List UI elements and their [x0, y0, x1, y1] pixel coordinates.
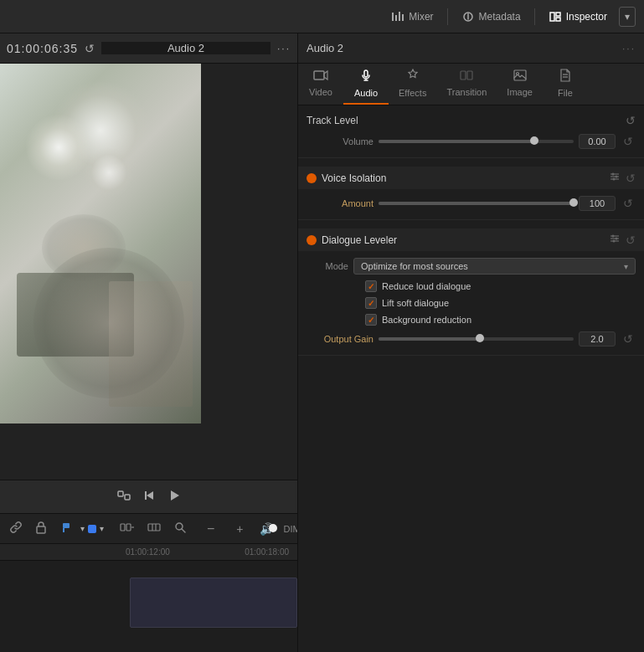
mode-chevron: ▾ — [624, 262, 628, 271]
svg-rect-29 — [514, 70, 526, 80]
volume-label: Volume — [307, 136, 374, 146]
voice-isolation-enable-dot[interactable] — [307, 173, 317, 183]
dialogue-leveler-title: Dialogue Leveler — [322, 234, 604, 246]
zoom-search[interactable] — [169, 518, 191, 539]
svg-point-43 — [616, 238, 618, 240]
clip-label: Audio 2 — [101, 42, 270, 54]
dialogue-leveler-enable-dot[interactable] — [307, 235, 317, 245]
amount-value[interactable]: 100 — [579, 196, 616, 211]
track-level-header: Track Level ↺ — [298, 110, 644, 131]
lift-soft-check: ✓ — [368, 299, 374, 308]
flag-tool[interactable] — [55, 518, 77, 539]
link-tool[interactable] — [5, 518, 27, 539]
svg-rect-17 — [121, 524, 125, 531]
tab-audio-label: Audio — [354, 88, 378, 98]
amount-reset[interactable]: ↺ — [621, 197, 636, 210]
reduce-loud-label: Reduce loud dialogue — [382, 281, 471, 291]
right-panel: Audio 2 ··· Video — [297, 33, 644, 652]
track-level-section: Track Level ↺ Volume 0.00 ↺ — [298, 105, 644, 158]
checkbox-reduce-loud: ✓ Reduce loud dialogue — [298, 278, 644, 295]
svg-rect-15 — [63, 523, 70, 528]
skip-back-button[interactable] — [142, 488, 157, 506]
mixer-button[interactable]: Mixer — [383, 8, 441, 26]
inspector-label: Inspector — [566, 11, 607, 23]
dialogue-leveler-section: Dialogue Leveler ↺ — [298, 220, 644, 356]
play-button[interactable] — [167, 488, 182, 506]
left-panel: 01:00:06:35 ↺ Audio 2 ··· — [0, 33, 297, 652]
svg-rect-0 — [392, 13, 394, 21]
zoom-plus[interactable]: + — [232, 520, 247, 538]
video-tab-icon — [313, 69, 328, 85]
loop-button[interactable] — [116, 488, 131, 506]
tab-image[interactable]: Image — [497, 64, 543, 105]
tab-video[interactable]: Video — [298, 64, 343, 105]
timecode-menu-button[interactable]: ··· — [277, 43, 291, 54]
output-gain-row: Output Gain 2.0 ↺ — [298, 328, 644, 350]
svg-rect-3 — [402, 14, 404, 21]
blue-marker[interactable] — [88, 525, 96, 533]
top-bar-chevron[interactable]: ▾ — [619, 7, 636, 27]
zoom-clips[interactable] — [142, 519, 166, 538]
audio-tab-icon — [359, 69, 373, 85]
volume-value[interactable]: 0.00 — [579, 134, 616, 149]
voice-isolation-reset[interactable]: ↺ — [626, 172, 636, 185]
amount-label: Amount — [307, 198, 374, 208]
preview-area — [0, 64, 297, 480]
tab-transition[interactable]: Transition — [436, 64, 497, 105]
image-tab-icon — [513, 69, 527, 85]
lift-soft-checkbox[interactable]: ✓ — [365, 297, 377, 309]
tab-effects[interactable]: Effects — [389, 64, 436, 105]
dialogue-leveler-settings[interactable] — [609, 233, 621, 247]
voice-isolation-title: Voice Isolation — [322, 172, 604, 184]
marker-dropdown[interactable]: ▾ — [100, 524, 104, 533]
tab-audio[interactable]: Audio — [343, 64, 389, 105]
track-clip[interactable] — [130, 578, 297, 628]
voice-isolation-settings[interactable] — [609, 171, 621, 185]
svg-rect-16 — [63, 528, 64, 532]
reduce-loud-checkbox[interactable]: ✓ — [365, 280, 377, 292]
output-gain-reset[interactable]: ↺ — [621, 332, 636, 346]
inspector-menu-button[interactable]: ··· — [622, 43, 636, 54]
svg-rect-12 — [145, 491, 147, 500]
output-gain-slider-track[interactable] — [379, 337, 574, 341]
tab-file[interactable]: File — [543, 64, 588, 105]
timecode-bar: 01:00:06:35 ↺ Audio 2 ··· — [0, 33, 297, 64]
svg-point-38 — [613, 178, 616, 181]
effects-tab-icon — [406, 69, 420, 85]
amount-slider-track[interactable] — [379, 202, 574, 205]
timeline-tracks[interactable] — [0, 561, 297, 652]
metadata-label: Metadata — [479, 11, 521, 23]
timecode-refresh-button[interactable]: ↺ — [85, 42, 95, 55]
flag-dropdown[interactable]: ▾ — [80, 524, 85, 533]
file-tab-icon — [559, 69, 571, 85]
lift-soft-label: Lift soft dialogue — [382, 298, 449, 308]
tab-file-label: File — [558, 88, 573, 98]
zoom-in-clips[interactable] — [116, 519, 139, 538]
lock-tool[interactable] — [30, 518, 52, 539]
tab-video-label: Video — [309, 87, 332, 97]
zoom-minus[interactable]: − — [203, 519, 219, 539]
volume-reset[interactable]: ↺ — [621, 135, 636, 148]
dialogue-leveler-reset[interactable]: ↺ — [626, 234, 636, 247]
volume-slider-track[interactable] — [379, 140, 574, 143]
tab-bar: Video Audio Effects — [298, 64, 644, 105]
mode-label: Mode — [307, 261, 348, 271]
checkbox-lift-soft: ✓ Lift soft dialogue — [298, 295, 644, 311]
tab-image-label: Image — [507, 87, 533, 97]
background-check: ✓ — [368, 316, 374, 325]
background-checkbox[interactable]: ✓ — [365, 314, 377, 326]
mode-value: Optimize for most sources — [361, 261, 468, 271]
transport-bar — [0, 480, 297, 513]
inspector-button[interactable]: Inspector — [540, 8, 616, 26]
transition-tab-icon — [460, 69, 473, 85]
output-gain-value[interactable]: 2.0 — [579, 331, 616, 347]
voice-isolation-header: Voice Isolation ↺ — [298, 167, 644, 189]
metadata-button[interactable]: Metadata — [453, 8, 529, 26]
svg-rect-9 — [118, 491, 123, 496]
timecode-display: 01:00:06:35 — [7, 42, 78, 55]
tab-transition-label: Transition — [446, 87, 487, 97]
inspector-title: Audio 2 — [307, 42, 622, 54]
track-level-reset[interactable]: ↺ — [626, 114, 636, 127]
mode-select[interactable]: Optimize for most sources ▾ — [353, 258, 636, 275]
top-bar: Mixer Metadata Inspector ▾ — [0, 0, 644, 33]
